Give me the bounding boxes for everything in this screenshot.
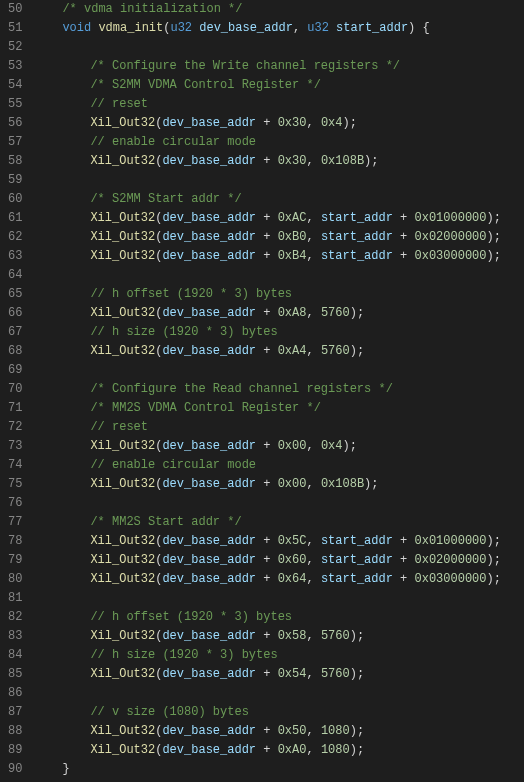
- token-comment: // h offset (1920 * 3) bytes: [90, 287, 292, 301]
- code-line[interactable]: [34, 38, 524, 57]
- code-line[interactable]: [34, 171, 524, 190]
- code-line[interactable]: /* S2MM VDMA Control Register */: [34, 76, 524, 95]
- token-func: Xil_Out32: [90, 249, 155, 263]
- token-var: dev_base_addr: [162, 743, 256, 757]
- code-line[interactable]: }: [34, 760, 524, 779]
- code-line[interactable]: [34, 684, 524, 703]
- code-line[interactable]: Xil_Out32(dev_base_addr + 0x60, start_ad…: [34, 551, 524, 570]
- token-var: dev_base_addr: [162, 154, 256, 168]
- token-type: u32: [170, 21, 192, 35]
- code-line[interactable]: Xil_Out32(dev_base_addr + 0x50, 1080);: [34, 722, 524, 741]
- token-punc: +: [393, 230, 415, 244]
- token-punc: ,: [306, 534, 320, 548]
- line-number: 57: [8, 133, 22, 152]
- token-punc: +: [256, 667, 278, 681]
- token-num: 0x108B: [321, 477, 364, 491]
- token-punc: +: [393, 572, 415, 586]
- token-comment: /* S2MM VDMA Control Register */: [90, 78, 320, 92]
- token-punc: ,: [306, 629, 320, 643]
- code-line[interactable]: void vdma_init(u32 dev_base_addr, u32 st…: [34, 19, 524, 38]
- token-func: Xil_Out32: [90, 211, 155, 225]
- token-punc: );: [350, 344, 364, 358]
- token-punc: ,: [306, 116, 320, 130]
- token-var: dev_base_addr: [162, 230, 256, 244]
- line-number: 90: [8, 760, 22, 779]
- code-line[interactable]: Xil_Out32(dev_base_addr + 0x30, 0x4);: [34, 114, 524, 133]
- code-line[interactable]: Xil_Out32(dev_base_addr + 0x00, 0x108B);: [34, 475, 524, 494]
- token-punc: [329, 21, 336, 35]
- token-punc: +: [393, 211, 415, 225]
- token-punc: +: [256, 724, 278, 738]
- code-line[interactable]: Xil_Out32(dev_base_addr + 0x00, 0x4);: [34, 437, 524, 456]
- code-line[interactable]: // enable circular mode: [34, 133, 524, 152]
- token-num: 5760: [321, 306, 350, 320]
- token-comment: /* S2MM Start addr */: [90, 192, 241, 206]
- token-num: 1080: [321, 724, 350, 738]
- code-line[interactable]: // reset: [34, 95, 524, 114]
- line-number: 69: [8, 361, 22, 380]
- code-line[interactable]: /* MM2S VDMA Control Register */: [34, 399, 524, 418]
- line-number: 53: [8, 57, 22, 76]
- code-line[interactable]: Xil_Out32(dev_base_addr + 0xA4, 5760);: [34, 342, 524, 361]
- code-line[interactable]: // h size (1920 * 3) bytes: [34, 646, 524, 665]
- code-line[interactable]: Xil_Out32(dev_base_addr + 0xAC, start_ad…: [34, 209, 524, 228]
- code-line[interactable]: [34, 361, 524, 380]
- code-line[interactable]: Xil_Out32(dev_base_addr + 0x54, 5760);: [34, 665, 524, 684]
- code-line[interactable]: // enable circular mode: [34, 456, 524, 475]
- code-line[interactable]: /* S2MM Start addr */: [34, 190, 524, 209]
- token-var: dev_base_addr: [162, 534, 256, 548]
- token-punc: +: [256, 230, 278, 244]
- token-punc: ,: [306, 154, 320, 168]
- code-line[interactable]: Xil_Out32(dev_base_addr + 0xB4, start_ad…: [34, 247, 524, 266]
- line-number: 74: [8, 456, 22, 475]
- line-number: 61: [8, 209, 22, 228]
- code-line[interactable]: Xil_Out32(dev_base_addr + 0xA8, 5760);: [34, 304, 524, 323]
- token-comment: /* Configure the Write channel registers…: [90, 59, 400, 73]
- token-var: dev_base_addr: [162, 306, 256, 320]
- token-var: dev_base_addr: [162, 572, 256, 586]
- code-line[interactable]: Xil_Out32(dev_base_addr + 0x5C, start_ad…: [34, 532, 524, 551]
- line-number: 87: [8, 703, 22, 722]
- token-punc: +: [256, 553, 278, 567]
- code-line[interactable]: Xil_Out32(dev_base_addr + 0x30, 0x108B);: [34, 152, 524, 171]
- code-line[interactable]: // v size (1080) bytes: [34, 703, 524, 722]
- token-func: Xil_Out32: [90, 116, 155, 130]
- code-line[interactable]: // h offset (1920 * 3) bytes: [34, 608, 524, 627]
- token-var: dev_base_addr: [162, 667, 256, 681]
- token-punc: ,: [293, 21, 307, 35]
- code-line[interactable]: // h size (1920 * 3) bytes: [34, 323, 524, 342]
- code-line[interactable]: [34, 494, 524, 513]
- code-line[interactable]: [34, 589, 524, 608]
- line-number: 70: [8, 380, 22, 399]
- token-num: 0xAC: [278, 211, 307, 225]
- code-line[interactable]: Xil_Out32(dev_base_addr + 0xB0, start_ad…: [34, 228, 524, 247]
- code-line[interactable]: Xil_Out32(dev_base_addr + 0x58, 5760);: [34, 627, 524, 646]
- token-func: Xil_Out32: [90, 534, 155, 548]
- code-editor[interactable]: 5051525354555657585960616263646566676869…: [0, 0, 524, 779]
- token-var: dev_base_addr: [162, 724, 256, 738]
- token-punc: }: [62, 762, 69, 776]
- code-line[interactable]: Xil_Out32(dev_base_addr + 0xA0, 1080);: [34, 741, 524, 760]
- line-number: 63: [8, 247, 22, 266]
- token-func: Xil_Out32: [90, 743, 155, 757]
- token-num: 0x02000000: [415, 553, 487, 567]
- code-line[interactable]: [34, 266, 524, 285]
- code-line[interactable]: /* Configure the Read channel registers …: [34, 380, 524, 399]
- token-num: 0xB4: [278, 249, 307, 263]
- token-punc: );: [487, 230, 501, 244]
- code-line[interactable]: /* MM2S Start addr */: [34, 513, 524, 532]
- token-num: 0x00: [278, 477, 307, 491]
- token-comment: // v size (1080) bytes: [90, 705, 248, 719]
- line-number: 50: [8, 0, 22, 19]
- token-comment: // h size (1920 * 3) bytes: [90, 325, 277, 339]
- code-area[interactable]: /* vdma initialization */void vdma_init(…: [34, 0, 524, 779]
- token-func: Xil_Out32: [90, 344, 155, 358]
- code-line[interactable]: // reset: [34, 418, 524, 437]
- token-num: 0x30: [278, 154, 307, 168]
- code-line[interactable]: /* Configure the Write channel registers…: [34, 57, 524, 76]
- token-var: dev_base_addr: [162, 477, 256, 491]
- code-line[interactable]: Xil_Out32(dev_base_addr + 0x64, start_ad…: [34, 570, 524, 589]
- token-func: Xil_Out32: [90, 154, 155, 168]
- code-line[interactable]: // h offset (1920 * 3) bytes: [34, 285, 524, 304]
- code-line[interactable]: /* vdma initialization */: [34, 0, 524, 19]
